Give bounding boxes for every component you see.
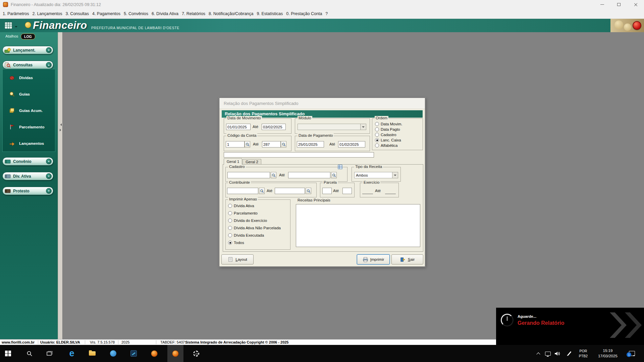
- receitas-principais-listbox[interactable]: [296, 204, 420, 247]
- contribuinte-from-input[interactable]: [227, 188, 258, 194]
- radio-alfabetica[interactable]: Alfabética: [375, 143, 398, 147]
- taskbar-search-button[interactable]: [21, 345, 38, 362]
- tray-pen-button[interactable]: [564, 345, 574, 362]
- sidebar-item-div-ativa[interactable]: Div. Ativa ▼: [2, 172, 53, 180]
- data-movimento-to-input[interactable]: [262, 124, 286, 130]
- search-button[interactable]: [271, 172, 276, 178]
- app-button-dark[interactable]: [125, 345, 142, 362]
- chevron-down-icon[interactable]: ▼: [46, 173, 52, 179]
- radio-parcelamento[interactable]: Parcelamento: [228, 211, 258, 215]
- header-dropdown-icon[interactable]: [15, 26, 17, 29]
- tab-geral-2[interactable]: Geral 2: [243, 159, 261, 165]
- chevron-down-icon[interactable]: ▼: [46, 159, 52, 164]
- radio-divida-executada[interactable]: Dívida Executada: [228, 233, 264, 237]
- sidebar-item-consultas[interactable]: Consultas ▲: [2, 61, 53, 69]
- chevron-down-icon[interactable]: ▼: [46, 47, 52, 53]
- sair-button[interactable]: Sair: [391, 254, 423, 264]
- radio-data-movim[interactable]: Data Movim.: [375, 122, 402, 126]
- menu-notificacao-cobranca[interactable]: 8. Notificação/Cobrança: [207, 10, 255, 17]
- tab-geral-1[interactable]: Geral 1: [224, 158, 242, 165]
- radio-data-pagto[interactable]: Data Pagto: [375, 127, 400, 131]
- app-button-blue[interactable]: [105, 345, 121, 362]
- maximize-button[interactable]: [610, 0, 627, 9]
- fiorilli-app-button-1[interactable]: [146, 345, 162, 362]
- power-button-icon[interactable]: [633, 21, 641, 30]
- task-view-button[interactable]: [42, 345, 58, 362]
- task-view-icon: [47, 351, 53, 356]
- menu-divida-ativa[interactable]: 6. Dívida Ativa: [150, 10, 180, 17]
- menu-lancamentos[interactable]: 2. Lançamentos: [31, 10, 64, 17]
- data-movimento-from-input[interactable]: [226, 124, 251, 130]
- sidebar-item-convenio[interactable]: Convênio ▼: [2, 157, 53, 166]
- file-explorer-button[interactable]: [84, 345, 100, 362]
- sidebar-item-lancamentos[interactable]: Lançament. ▼: [2, 46, 53, 54]
- tipo-receita-select[interactable]: Ambos: [354, 172, 398, 178]
- modulo-select[interactable]: [298, 124, 366, 130]
- layout-button[interactable]: Layout: [221, 254, 254, 264]
- grid-view-icon[interactable]: [338, 165, 342, 169]
- contribuinte-to-input[interactable]: [275, 188, 305, 194]
- menu-convenios[interactable]: 5. Convênios: [122, 10, 150, 17]
- sidebar-tab-log[interactable]: LOG: [21, 34, 35, 40]
- start-button[interactable]: [0, 345, 16, 362]
- tray-clock-button[interactable]: 15:19 17/03/2025: [592, 345, 624, 362]
- cadastro-from-input[interactable]: [227, 172, 270, 178]
- radio-cadastro[interactable]: Cadastro: [375, 133, 396, 137]
- toast-status-text: Gerando Relatório: [518, 320, 565, 326]
- search-button[interactable]: [306, 188, 311, 194]
- tray-language-button[interactable]: POR PTB2: [576, 345, 591, 362]
- submenu-item-dividas[interactable]: Dívidas: [3, 69, 55, 86]
- codigo-conta-from-input[interactable]: [226, 141, 245, 147]
- consultas-icon: [4, 62, 11, 68]
- fiorilli-app-button-2-active[interactable]: [167, 345, 183, 362]
- search-button[interactable]: [331, 172, 337, 178]
- submenu-item-lancamentos[interactable]: Lançamentos: [3, 135, 55, 152]
- settings-button[interactable]: [188, 345, 204, 362]
- tray-overflow-button[interactable]: [534, 345, 543, 362]
- data-pagamento-to-input[interactable]: [338, 141, 365, 147]
- sidebar-item-protesto[interactable]: Protesto ▼: [2, 187, 53, 195]
- radio-divida-ativa[interactable]: Dívida Ativa: [228, 204, 254, 208]
- action-center-button[interactable]: 1: [625, 345, 639, 362]
- combo-arrow-button[interactable]: [392, 172, 398, 178]
- exercicio-from-input[interactable]: [362, 188, 373, 194]
- search-button[interactable]: [259, 188, 265, 194]
- menu-parametros[interactable]: 1. Parâmetros: [1, 10, 31, 17]
- radio-todos[interactable]: Todos: [228, 241, 244, 245]
- splitter-expand-icon[interactable]: [60, 129, 62, 131]
- exercicio-to-input[interactable]: [385, 188, 396, 194]
- chevron-up-icon[interactable]: ▲: [46, 62, 52, 68]
- splitter-collapse-icon[interactable]: [59, 123, 62, 126]
- search-button[interactable]: [245, 141, 250, 147]
- parcela-from-input[interactable]: [322, 188, 332, 194]
- data-pagamento-from-input[interactable]: [297, 141, 324, 147]
- menu-pagamentos[interactable]: 4. Pagamentos: [91, 10, 122, 17]
- submenu-item-parcelamento[interactable]: Parcelamento: [3, 119, 55, 135]
- menu-relatorios[interactable]: 7. Relatórios: [180, 10, 207, 17]
- minimize-button[interactable]: [594, 0, 610, 9]
- chevron-down-icon[interactable]: ▼: [46, 188, 52, 194]
- radio-lanc-caixa[interactable]: Lanc. Caixa: [375, 138, 401, 142]
- dialog-titlebar[interactable]: Relação dos Pagamentos Simplificado: [219, 98, 425, 109]
- submenu-item-guias-acum[interactable]: Guias Acum.: [3, 102, 55, 119]
- radio-divida-nao-parcelada[interactable]: Dívida Ativa Não Parcelada: [228, 226, 281, 230]
- tray-volume-button[interactable]: [553, 345, 563, 362]
- menu-consultas[interactable]: 3. Consultas: [64, 10, 90, 17]
- edge-button[interactable]: [64, 345, 80, 362]
- combo-arrow-button[interactable]: [360, 124, 366, 130]
- sidebar-tab-atalhos[interactable]: Atalhos: [5, 34, 18, 38]
- parcela-to-input[interactable]: [342, 188, 352, 194]
- codigo-conta-to-input[interactable]: [262, 141, 281, 147]
- search-button[interactable]: [281, 141, 286, 147]
- tray-display-button[interactable]: [543, 345, 553, 362]
- menu-prestacao-conta[interactable]: 0. Prestação Conta: [284, 10, 324, 17]
- radio-divida-exercicio[interactable]: Dívida do Exercício: [228, 219, 267, 223]
- spreadsheet-icon[interactable]: [4, 21, 13, 30]
- menu-estatisticas[interactable]: 9. Estatísticas: [255, 10, 285, 17]
- submenu-item-guias[interactable]: Guias: [3, 86, 55, 102]
- imprimir-button[interactable]: Imprimir: [357, 254, 390, 264]
- cadastro-to-input[interactable]: [288, 172, 330, 178]
- sidebar-splitter[interactable]: [58, 32, 63, 339]
- close-button[interactable]: [627, 0, 644, 9]
- menu-help[interactable]: ?: [324, 10, 329, 17]
